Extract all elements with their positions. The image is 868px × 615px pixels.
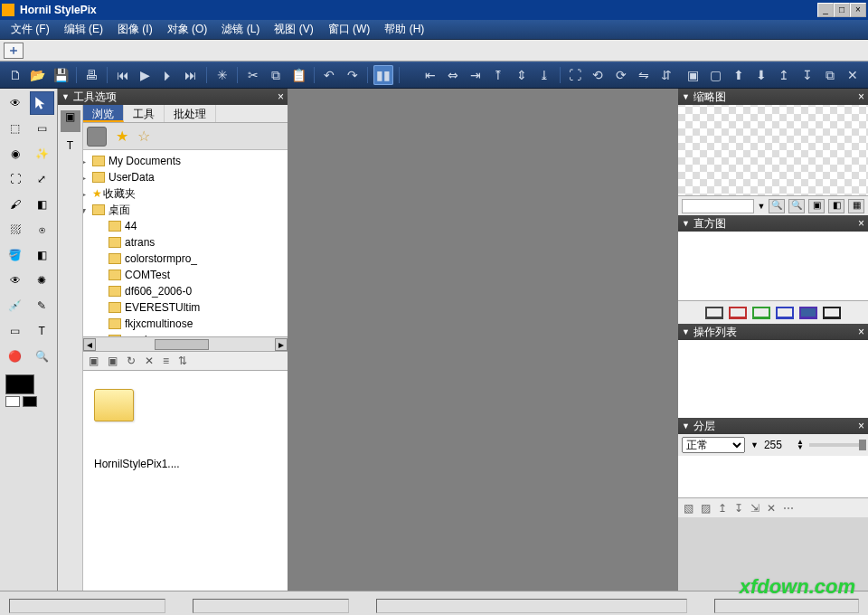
menu-object[interactable]: 对象 (O) [160,20,215,39]
paste-icon[interactable]: 📋 [289,65,308,85]
next-icon[interactable]: ⏵ [158,65,177,85]
gear-icon[interactable]: ✳ [212,65,231,85]
dropper-icon[interactable]: 💉 [3,294,28,317]
crop-icon[interactable]: ⛶ [566,65,585,85]
maximize-button[interactable]: □ [834,3,850,17]
toolopts-close-icon[interactable]: × [278,90,284,103]
tree-item[interactable]: atrans [108,234,288,251]
text-mode-icon[interactable]: T [58,139,82,152]
bwd-icon[interactable]: ↧ [797,65,816,85]
menu-edit[interactable]: 编辑 (E) [57,20,110,39]
fv-list-icon[interactable]: ≡ [163,355,169,367]
actual-icon[interactable]: ◧ [828,199,844,213]
undo-icon[interactable]: ↶ [320,65,339,85]
zoom-in-icon[interactable]: 🔍 [769,199,785,213]
fit-icon[interactable]: ▣ [808,199,825,213]
front-icon[interactable]: ⬆ [729,65,748,85]
del-icon[interactable]: ✕ [844,65,863,85]
menu-view[interactable]: 视图 (V) [267,20,320,39]
gradient-icon[interactable]: ◧ [30,243,55,267]
fv-open-icon[interactable]: ▣ [108,355,118,367]
prev-icon[interactable]: ▶ [136,65,155,85]
menu-window[interactable]: 窗口 (W) [321,20,378,39]
heal-icon[interactable]: ✺ [30,269,55,292]
tab-tools[interactable]: 工具 [124,105,165,122]
hist-rgb-icon[interactable] [799,307,817,319]
ungroup-icon[interactable]: ▢ [706,65,725,85]
tree-item[interactable]: My Documents [92,153,288,169]
blend-mode-select[interactable]: 正常 [682,437,745,453]
rotl-icon[interactable]: ⟲ [589,65,608,85]
rotr-icon[interactable]: ⟳ [611,65,630,85]
align-right-icon[interactable]: ⇥ [467,65,486,85]
layer-merge-icon[interactable]: ⇲ [750,502,760,515]
pen-icon[interactable]: ✎ [30,294,55,317]
align-mid-icon[interactable]: ⇕ [512,65,531,85]
grid-icon[interactable]: ▦ [848,199,864,213]
bg-color[interactable] [5,396,20,407]
dup-icon[interactable]: ⧉ [820,65,839,85]
tree-item[interactable]: COMTest [108,267,288,283]
opacity-slider[interactable] [809,443,864,447]
flipv-icon[interactable]: ⇵ [657,65,676,85]
thumbnail-close-icon[interactable]: × [858,90,864,103]
swap-color[interactable] [23,396,37,407]
crop-tool-icon[interactable]: ⛶ [3,167,28,191]
zoom-out-icon[interactable]: 🔍 [788,199,805,213]
align-center-icon[interactable]: ⇔ [443,65,462,85]
layer-down-icon[interactable]: ↧ [734,502,743,515]
fv-new-icon[interactable]: ▣ [89,355,99,367]
fv-refresh-icon[interactable]: ↻ [127,355,136,367]
close-button[interactable]: × [850,3,866,17]
align-left-icon[interactable]: ⇤ [420,65,439,85]
tree-item[interactable]: EVERESTUltim [108,299,288,316]
hist-blue-icon[interactable] [776,307,794,319]
copy-icon[interactable]: ⧉ [266,65,285,85]
tree-item[interactable]: fkjxcmultinose [108,316,288,332]
tab-browse[interactable]: 浏览 [83,105,124,122]
menu-file[interactable]: 文件 (F) [4,20,57,39]
canvas-area[interactable] [288,89,678,591]
fav-star-icon[interactable]: ★ [116,128,128,145]
fv-sort-icon[interactable]: ⇅ [178,355,187,367]
eye-icon[interactable]: 👁 [3,91,28,115]
layers-body[interactable] [678,456,868,497]
tree-hscroll[interactable]: ◂ ▸ [83,336,288,351]
scroll-left-icon[interactable]: ◂ [83,338,96,351]
first-icon[interactable]: ⏮ [113,65,132,85]
fv-del-icon[interactable]: ✕ [145,355,154,367]
redo-icon[interactable]: ↷ [343,65,362,85]
histogram-close-icon[interactable]: × [858,217,864,230]
tree-item[interactable]: ★收藏夹 [92,185,288,202]
last-icon[interactable]: ⏭ [182,65,201,85]
tree-item[interactable]: 桌面44atranscolorstormpro_COMTestdf606_200… [92,202,288,336]
wand-icon[interactable]: ✨ [30,142,55,166]
layer-new-icon[interactable]: ▧ [684,502,693,515]
hist-lum-icon[interactable] [705,307,723,319]
layer-up-icon[interactable]: ↥ [718,502,727,515]
group-icon[interactable]: ▣ [684,65,703,85]
brush-icon[interactable]: 🖌 [3,193,28,216]
fav-star-outline-icon[interactable]: ☆ [137,128,150,145]
print-icon[interactable]: 🖶 [82,65,101,85]
fwd-icon[interactable]: ↥ [775,65,794,85]
view-mode-icon[interactable] [87,127,107,147]
hist-green-icon[interactable] [752,307,770,319]
eraser-icon[interactable]: ◧ [30,193,55,216]
open-icon[interactable]: 📂 [28,65,47,85]
menu-image[interactable]: 图像 (I) [110,20,160,39]
menu-filter[interactable]: 滤镜 (L) [214,20,267,39]
rect-select-icon[interactable]: ▭ [30,117,55,140]
new-icon[interactable]: 🗋 [5,65,24,85]
zoom-icon[interactable]: 🔍 [30,345,55,368]
scroll-right-icon[interactable]: ▸ [275,338,288,351]
hist-all-icon[interactable] [823,307,841,319]
back-icon[interactable]: ⬇ [752,65,771,85]
ops-close-icon[interactable]: × [858,326,864,338]
cut-icon[interactable]: ✂ [243,65,262,85]
clone-icon[interactable]: ⍟ [30,218,55,241]
minimize-button[interactable]: _ [817,3,834,17]
save-icon[interactable]: 💾 [52,65,71,85]
layers-close-icon[interactable]: × [858,420,864,432]
file-view[interactable]: HornilStylePix1.... [83,371,288,591]
